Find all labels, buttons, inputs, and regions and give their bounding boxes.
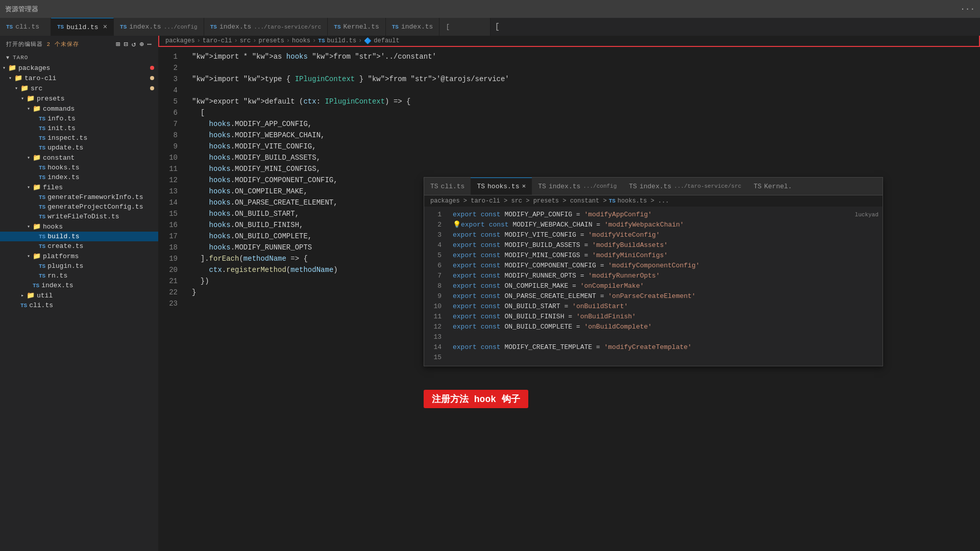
ts-file-icon: TS	[33, 283, 39, 289]
peek-code-line: export const ON_COMPILER_MAKE = 'onCompi…	[447, 281, 883, 291]
tree-item-generateProjectConfig[interactable]: TSgenerateProjectConfig.ts	[0, 202, 158, 212]
tree-item-hooks-folder[interactable]: ▾📁hooks	[0, 221, 158, 232]
tab-cli[interactable]: TScli.ts	[0, 18, 51, 36]
more-icon[interactable]: ⋯	[148, 40, 152, 48]
line-number: 5	[158, 96, 178, 107]
peek-line-number: 6	[424, 261, 442, 271]
ts-file-icon: TS	[39, 165, 45, 171]
folder-chevron: ▾	[18, 95, 27, 102]
tree-label: inspect.ts	[47, 134, 158, 142]
tree-item-platforms[interactable]: ▾📁platforms	[0, 251, 158, 261]
folder-icon: 📁	[33, 222, 41, 231]
peek-breadcrumb: packages > taro-cli > src > presets > co…	[424, 195, 883, 207]
tree-label: hooks	[43, 223, 158, 231]
peek-tab-hooks.ts[interactable]: TShooks.ts×	[471, 178, 532, 195]
tree-item-commands[interactable]: ▾📁commands	[0, 104, 158, 114]
peek-code-line: export const ON_BUILD_START = 'onBuildSt…	[447, 302, 883, 312]
tree-item-init[interactable]: TSinit.ts	[0, 123, 158, 133]
tree-item-update[interactable]: TSupdate.ts	[0, 143, 158, 153]
folder-chevron: ▾	[24, 184, 33, 190]
tree-item-presets[interactable]: ▾📁presets	[0, 93, 158, 104]
tab-build[interactable]: TSbuild.ts×	[51, 18, 114, 36]
refresh-icon[interactable]: ↺	[132, 40, 136, 48]
tree-item-rn[interactable]: TSrn.ts	[0, 271, 158, 281]
tab-overflow[interactable]: [	[439, 18, 491, 36]
tab-index-taro[interactable]: TSindex.ts .../taro-service/src	[204, 18, 328, 36]
sidebar-actions: ⊞ ⊟ ↺ ⊕ ⋯	[116, 40, 152, 48]
peek-tab-label: hooks.ts	[487, 183, 519, 190]
tree-item-info[interactable]: TSinfo.ts	[0, 114, 158, 123]
peek-tab-Kernel.[interactable]: TSKernel.	[747, 178, 798, 195]
title-bar-menu[interactable]: ···	[960, 5, 975, 14]
breadcrumb-part: hooks	[292, 37, 310, 44]
tree-item-inspect[interactable]: TSinspect.ts	[0, 133, 158, 143]
tree-item-writeFileToDist[interactable]: TSwriteFileToDist.ts	[0, 212, 158, 221]
tree-item-create[interactable]: TScreate.ts	[0, 241, 158, 251]
folder-icon: 📁	[33, 154, 41, 162]
title-bar-title: 资源管理器	[5, 5, 38, 14]
tree-label: index.ts	[47, 173, 158, 181]
peek-line-number: 15	[424, 353, 442, 363]
tree-item-packages[interactable]: ▾📁packages	[0, 63, 158, 73]
folder-chevron: ▾	[12, 85, 20, 91]
tab-kernel[interactable]: TSKernel.ts	[328, 18, 385, 36]
tree-item-hooks[interactable]: TShooks.ts	[0, 163, 158, 172]
tree-item-plugin[interactable]: TSplugin.ts	[0, 261, 158, 271]
tree-item-util[interactable]: ▸📁util	[0, 290, 158, 300]
peek-tab-index.ts[interactable]: TSindex.ts .../config	[532, 178, 623, 195]
tree-item-build[interactable]: TSbuild.ts	[0, 232, 158, 241]
peek-line-numbers: 123456789101112131415	[424, 207, 447, 366]
peek-tab-cli.ts[interactable]: TScli.ts	[424, 178, 471, 195]
tree-label: create.ts	[47, 242, 158, 250]
tree-item-generateFrameworkInfo[interactable]: TSgenerateFrameworkInfo.ts	[0, 192, 158, 202]
collapse-icon[interactable]: ⊕	[139, 40, 144, 48]
close-icon[interactable]: ×	[103, 23, 107, 31]
peek-code-area: 123456789101112131415 export const MODIF…	[424, 207, 883, 366]
tree-item-index-src[interactable]: TSindex.ts	[0, 281, 158, 290]
tree-label: cli.ts	[29, 302, 158, 309]
line-number: 11	[158, 163, 178, 174]
folder-chevron: ▾	[0, 65, 8, 71]
tab-subtitle: .../taro-service/src	[254, 24, 321, 30]
tab-index2[interactable]: TSindex.ts	[386, 18, 440, 36]
tree-label: info.ts	[47, 115, 158, 122]
tab-overflow[interactable]: [	[491, 18, 504, 36]
breadcrumb: packages › taro-cli › src › presets › ho…	[158, 36, 980, 47]
tree-item-files[interactable]: ▾📁files	[0, 182, 158, 192]
peek-code[interactable]: export const MODIFY_APP_CONFIG = 'modify…	[447, 207, 883, 366]
breadcrumb-filename: build.ts	[327, 37, 356, 44]
line-number: 22	[158, 287, 178, 298]
tab-label: Kernel.ts	[344, 23, 379, 31]
peek-code-line: 💡export const MODIFY_WEBPACK_CHAIN = 'mo…	[447, 220, 883, 230]
peek-tab-subtitle: .../config	[583, 183, 617, 189]
peek-tab-label: Kernel.	[764, 183, 792, 190]
tab-label: index.ts	[219, 23, 251, 31]
tab-subtitle: .../config	[164, 24, 198, 30]
tree-label: update.ts	[47, 144, 158, 152]
ts-file-icon: TS	[39, 116, 45, 122]
tab-index-config[interactable]: TSindex.ts .../config	[114, 18, 204, 36]
tree-item-constant[interactable]: ▾📁constant	[0, 153, 158, 163]
code-line	[184, 62, 980, 73]
new-folder-icon[interactable]: ⊟	[124, 40, 128, 48]
code-line: hooks.MODIFY_BUILD_ASSETS,	[184, 152, 980, 163]
tree-item-taro-cli[interactable]: ▾📁taro-cli	[0, 73, 158, 83]
ts-icon: TS	[430, 183, 438, 190]
editor-content[interactable]: 1234567891011121314151617181920212223 "k…	[158, 47, 980, 551]
folder-chevron: ▾	[24, 155, 33, 161]
line-number: 9	[158, 141, 178, 152]
ts-file-icon: TS	[39, 135, 45, 141]
tree-item-cli-root[interactable]: TScli.ts	[0, 300, 158, 310]
tree-item-index-const[interactable]: TSindex.ts	[0, 172, 158, 182]
ts-file-icon: TS	[39, 273, 45, 279]
line-number: 14	[158, 197, 178, 208]
ts-icon: TS	[57, 24, 64, 30]
sidebar-header-label: 打开的编辑器 2 个未保存	[6, 40, 79, 48]
peek-tab-label: index.ts	[549, 183, 580, 190]
close-icon[interactable]: ×	[522, 183, 526, 190]
tree-item-src[interactable]: ▾📁src	[0, 83, 158, 93]
tree-label: src	[31, 85, 150, 92]
tree-label: generateFrameworkInfo.ts	[47, 193, 158, 201]
peek-tab-index.ts[interactable]: TSindex.ts .../taro-service/src	[623, 178, 747, 195]
new-file-icon[interactable]: ⊞	[116, 40, 120, 48]
